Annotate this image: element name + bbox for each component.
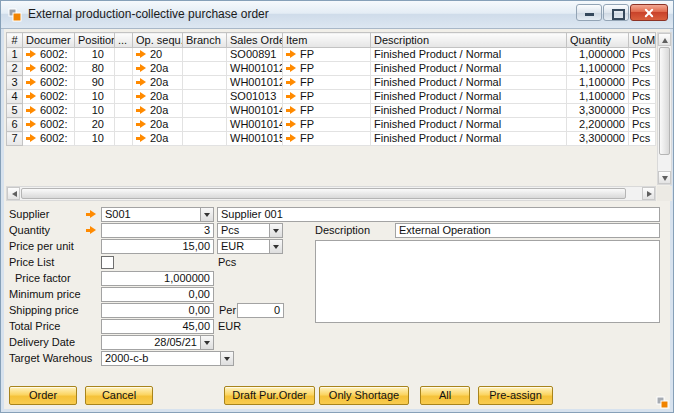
quantity-cell[interactable]: 3,300000 <box>567 104 629 118</box>
horizontal-scroll-thumb[interactable] <box>21 188 626 199</box>
chevron-down-icon[interactable] <box>200 336 213 349</box>
document-cell[interactable]: 6002: <box>23 90 75 104</box>
item-cell[interactable]: FP <box>283 62 371 76</box>
link-arrow-icon[interactable] <box>136 120 147 129</box>
branch-cell[interactable] <box>183 90 227 104</box>
op-sequence-cell[interactable]: 20a <box>133 104 183 118</box>
link-arrow-icon[interactable] <box>286 64 297 73</box>
link-arrow-icon[interactable] <box>26 78 37 87</box>
op-sequence-cell[interactable]: 20 <box>133 48 183 62</box>
cancel-button[interactable]: Cancel <box>85 386 153 405</box>
document-cell[interactable]: 6002: <box>23 118 75 132</box>
scroll-down-icon[interactable] <box>658 171 671 184</box>
link-arrow-icon[interactable] <box>26 64 37 73</box>
position-cell[interactable]: 10 <box>75 104 115 118</box>
description-cell[interactable]: Finished Product / Normal <box>371 62 567 76</box>
table-row[interactable]: 1 6002: 10 20 SO00891 FP Finished Produc… <box>7 48 656 62</box>
description-cell[interactable]: Finished Product / Normal <box>371 48 567 62</box>
link-arrow-icon[interactable] <box>136 50 147 59</box>
link-arrow-icon[interactable] <box>26 106 37 115</box>
op-sequence-cell[interactable]: 20a <box>133 62 183 76</box>
sales-order-cell[interactable]: WH001012 <box>227 76 283 90</box>
uom-cell[interactable]: Pcs <box>629 118 656 132</box>
pre-assign-button[interactable]: Pre-assign <box>478 386 553 405</box>
item-cell[interactable]: FP <box>283 76 371 90</box>
link-arrow-icon[interactable] <box>136 134 147 143</box>
dots-cell[interactable] <box>115 48 133 62</box>
header-quantity[interactable]: Quantity <box>567 33 629 48</box>
header-sales-order[interactable]: Sales Orde <box>227 33 283 48</box>
description-cell[interactable]: Finished Product / Normal <box>371 76 567 90</box>
maximize-button[interactable] <box>603 4 629 21</box>
table-row[interactable]: 7 6002: 10 20a WH001015 FP Finished Prod… <box>7 132 656 146</box>
link-arrow-icon[interactable] <box>26 120 37 129</box>
link-arrow-icon[interactable] <box>136 64 147 73</box>
item-cell[interactable]: FP <box>283 132 371 146</box>
quantity-cell[interactable]: 1,100000 <box>567 90 629 104</box>
quantity-cell[interactable]: 1,000000 <box>567 48 629 62</box>
position-cell[interactable]: 20 <box>75 118 115 132</box>
position-cell[interactable]: 10 <box>75 48 115 62</box>
item-cell[interactable]: FP <box>283 104 371 118</box>
op-sequence-cell[interactable]: 20a <box>133 132 183 146</box>
minimum-price-field[interactable]: 0,00 <box>101 287 214 302</box>
table-row[interactable]: 3 6002: 90 20a WH001012 FP Finished Prod… <box>7 76 656 90</box>
link-arrow-icon[interactable] <box>86 210 97 219</box>
row-number-cell[interactable]: 5 <box>7 104 23 118</box>
price-per-unit-field[interactable]: 15,00 <box>101 239 214 254</box>
description-cell[interactable]: Finished Product / Normal <box>371 132 567 146</box>
dots-cell[interactable] <box>115 104 133 118</box>
link-arrow-icon[interactable] <box>136 92 147 101</box>
branch-cell[interactable] <box>183 48 227 62</box>
price-factor-field[interactable]: 1,000000 <box>101 271 214 286</box>
branch-cell[interactable] <box>183 76 227 90</box>
dots-cell[interactable] <box>115 118 133 132</box>
link-arrow-icon[interactable] <box>286 78 297 87</box>
op-sequence-cell[interactable]: 20a <box>133 118 183 132</box>
uom-cell[interactable]: Pcs <box>629 62 656 76</box>
document-cell[interactable]: 6002: <box>23 62 75 76</box>
only-shortage-button[interactable]: Only Shortage <box>319 386 409 405</box>
item-cell[interactable]: FP <box>283 90 371 104</box>
scroll-up-icon[interactable] <box>658 33 671 46</box>
link-arrow-icon[interactable] <box>286 50 297 59</box>
uom-cell[interactable]: Pcs <box>629 48 656 62</box>
vertical-scroll-thumb[interactable] <box>659 47 670 155</box>
description-cell[interactable]: Finished Product / Normal <box>371 104 567 118</box>
position-cell[interactable]: 10 <box>75 132 115 146</box>
sales-order-cell[interactable]: WH001014 <box>227 118 283 132</box>
row-number-cell[interactable]: 4 <box>7 90 23 104</box>
draft-purchase-order-button[interactable]: Draft Pur.Order <box>224 386 315 405</box>
header-op-sequence[interactable]: Op. sequ. <box>133 33 183 48</box>
op-sequence-cell[interactable]: 20a <box>133 90 183 104</box>
branch-cell[interactable] <box>183 118 227 132</box>
horizontal-scrollbar[interactable] <box>6 186 656 201</box>
header-dots[interactable]: ... <box>115 33 133 48</box>
description-field[interactable]: External Operation <box>395 223 660 238</box>
header-document[interactable]: Documer <box>23 33 75 48</box>
sales-order-cell[interactable]: WH001015 <box>227 132 283 146</box>
all-button[interactable]: All <box>420 386 470 405</box>
header-description[interactable]: Description <box>371 33 567 48</box>
quantity-cell[interactable]: 3,300000 <box>567 132 629 146</box>
scroll-left-icon[interactable] <box>7 187 20 200</box>
remarks-textarea[interactable] <box>315 240 660 323</box>
header-branch[interactable]: Branch <box>183 33 227 48</box>
chevron-down-icon[interactable] <box>220 352 233 365</box>
dots-cell[interactable] <box>115 90 133 104</box>
row-number-cell[interactable]: 3 <box>7 76 23 90</box>
item-cell[interactable]: FP <box>283 48 371 62</box>
uom-cell[interactable]: Pcs <box>629 76 656 90</box>
table-row[interactable]: 6 6002: 20 20a WH001014 FP Finished Prod… <box>7 118 656 132</box>
sales-order-cell[interactable]: WH001014 <box>227 104 283 118</box>
table-row[interactable]: 5 6002: 10 20a WH001014 FP Finished Prod… <box>7 104 656 118</box>
total-price-field[interactable]: 45,00 <box>101 319 214 334</box>
shipping-price-field[interactable]: 0,00 <box>101 303 214 318</box>
order-button[interactable]: Order <box>9 386 77 405</box>
document-cell[interactable]: 6002: <box>23 104 75 118</box>
description-cell[interactable]: Finished Product / Normal <box>371 90 567 104</box>
document-cell[interactable]: 6002: <box>23 132 75 146</box>
link-arrow-icon[interactable] <box>26 50 37 59</box>
op-sequence-cell[interactable]: 20a <box>133 76 183 90</box>
branch-cell[interactable] <box>183 132 227 146</box>
